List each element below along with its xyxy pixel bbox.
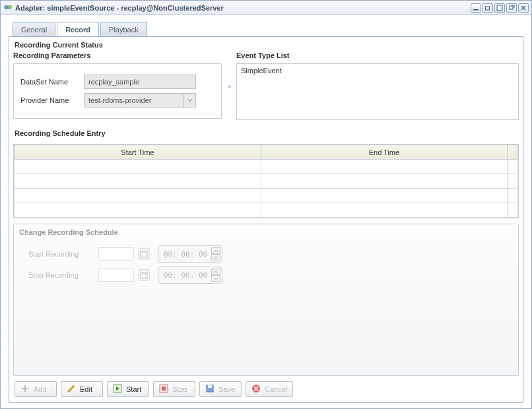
svg-rect-2 xyxy=(473,9,479,11)
spinner-up-icon[interactable] xyxy=(211,268,220,275)
grid-cell[interactable] xyxy=(261,189,507,203)
start-time-spinner[interactable]: 00: 00: 00 xyxy=(158,245,222,263)
plus-icon xyxy=(20,384,30,394)
event-type-listbox[interactable]: SimpleEvent xyxy=(236,63,519,120)
stop-date-input[interactable] xyxy=(98,268,134,282)
start-date-input[interactable] xyxy=(98,247,134,261)
grid-cell[interactable] xyxy=(261,174,507,189)
chevron-down-icon xyxy=(183,94,195,107)
grid-cell[interactable] xyxy=(261,203,507,218)
list-item[interactable]: SimpleEvent xyxy=(238,65,517,76)
pencil-icon xyxy=(67,384,76,394)
recording-params-fieldset: DataSet Name recplay_sample Provider Nam… xyxy=(13,63,222,119)
stop-icon xyxy=(159,384,168,394)
grid-cell[interactable] xyxy=(15,189,261,203)
calendar-icon[interactable] xyxy=(138,269,150,281)
cancel-button[interactable]: Cancel xyxy=(246,381,293,397)
svg-point-0 xyxy=(5,5,8,9)
recording-params-label: Recording Parameters xyxy=(13,51,222,59)
grid-cell[interactable] xyxy=(15,160,261,174)
close-button[interactable] xyxy=(518,3,529,13)
spinner-up-icon[interactable] xyxy=(211,247,220,254)
maximize-button[interactable] xyxy=(494,3,505,13)
svg-rect-9 xyxy=(141,272,147,274)
col-start-time[interactable]: Start Time xyxy=(15,145,261,160)
col-end-time[interactable]: End Time xyxy=(261,145,507,160)
splitter-handle[interactable]: ≡ xyxy=(227,51,231,120)
bottom-toolbar: Add Edit Start Stop Save xyxy=(13,376,519,398)
edit-button[interactable]: Edit xyxy=(61,381,103,397)
dataset-name-input[interactable]: recplay_sample xyxy=(84,75,196,89)
tab-general[interactable]: General xyxy=(13,22,55,37)
tab-strip: General Record Playback xyxy=(9,22,523,37)
detach-button[interactable] xyxy=(506,3,517,13)
tab-playback[interactable]: Playback xyxy=(100,22,147,37)
add-button[interactable]: Add xyxy=(15,381,57,397)
spinner-down-icon[interactable] xyxy=(211,254,220,261)
adapter-icon xyxy=(3,3,13,13)
spinner-down-icon[interactable] xyxy=(211,275,220,282)
titlebar: Adapter: simpleEventSource - recplay@Non… xyxy=(1,1,531,15)
change-schedule-title: Change Recording Schedule xyxy=(19,228,513,236)
window-title: Adapter: simpleEventSource - recplay@Non… xyxy=(13,4,471,12)
stop-recording-label: Stop Recording xyxy=(28,271,94,279)
stop-time-spinner[interactable]: 00: 00: 00 xyxy=(158,267,222,284)
dataset-name-label: DataSet Name xyxy=(20,78,84,86)
provider-name-label: Provider Name xyxy=(20,96,84,104)
schedule-grid: Start Time End Time xyxy=(13,144,519,218)
svg-rect-7 xyxy=(141,251,147,253)
grid-cell[interactable] xyxy=(15,174,261,189)
svg-rect-14 xyxy=(208,385,212,388)
svg-rect-5 xyxy=(510,6,513,9)
play-icon xyxy=(113,384,122,394)
tab-record[interactable]: Record xyxy=(57,22,99,37)
restore-down-button[interactable] xyxy=(482,3,493,13)
start-button[interactable]: Start xyxy=(107,381,149,397)
change-schedule-panel: Change Recording Schedule Start Recordin… xyxy=(13,224,519,376)
window-buttons xyxy=(471,3,529,13)
tab-record-panel: Recording Current Status Recording Param… xyxy=(9,36,523,403)
event-type-list-label: Event Type List xyxy=(236,51,519,59)
grid-cell[interactable] xyxy=(261,160,507,174)
adapter-window: Adapter: simpleEventSource - recplay@Non… xyxy=(0,0,532,409)
grid-cell[interactable] xyxy=(15,203,261,218)
cancel-icon xyxy=(251,384,261,394)
floppy-icon xyxy=(205,384,215,394)
minimize-button[interactable] xyxy=(471,3,481,13)
calendar-icon[interactable] xyxy=(138,248,150,260)
provider-name-combo[interactable]: test-rdbms-provider xyxy=(84,93,196,108)
stop-button[interactable]: Stop xyxy=(153,381,195,397)
recording-status-label: Recording Current Status xyxy=(13,37,519,51)
save-button[interactable]: Save xyxy=(199,381,242,397)
svg-rect-12 xyxy=(162,387,166,391)
svg-point-1 xyxy=(8,5,11,9)
svg-rect-3 xyxy=(486,7,490,10)
svg-rect-4 xyxy=(497,5,502,11)
schedule-entry-label: Recording Schedule Entry xyxy=(13,125,519,140)
col-spacer xyxy=(508,145,518,160)
start-recording-label: Start Recording xyxy=(28,250,94,258)
